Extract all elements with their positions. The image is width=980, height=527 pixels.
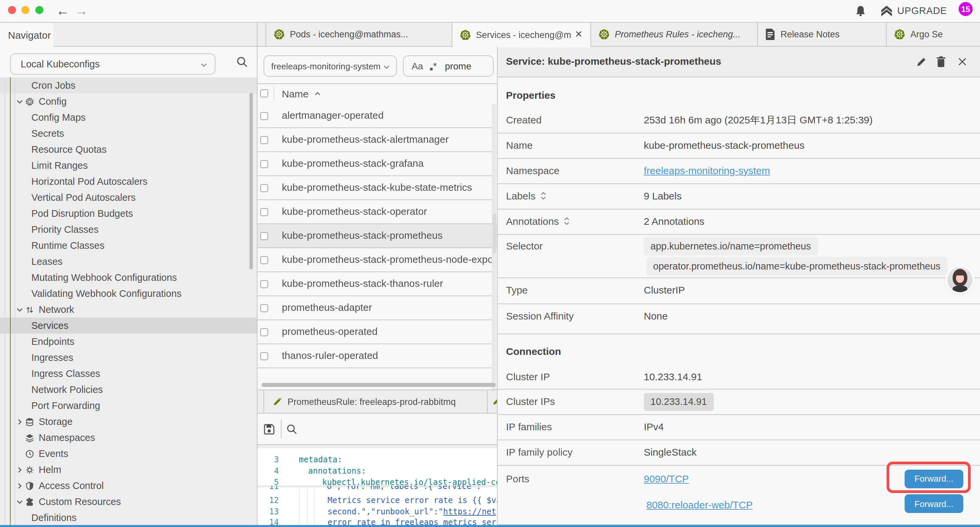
back-icon[interactable]: ← [56, 2, 69, 18]
sidebar-item-config-maps[interactable]: Config Maps [0, 110, 257, 126]
sidebar-scrollbar[interactable] [250, 93, 253, 269]
match-case-toggle[interactable]: Aa [412, 61, 423, 72]
row-checkbox[interactable] [260, 280, 268, 288]
vertical-scrollbar-thumb[interactable] [492, 213, 496, 253]
sidebar-item-custom-resources[interactable]: Custom Resources [0, 494, 257, 509]
close-window-button[interactable] [8, 6, 16, 14]
table-row[interactable]: alertmanager-operated [258, 104, 497, 128]
expand-values-icon[interactable] [563, 217, 570, 226]
close-tab-icon[interactable]: ✕ [573, 29, 584, 39]
row-checkbox[interactable] [260, 112, 268, 120]
sidebar-item-helm[interactable]: Helm [0, 462, 257, 478]
close-panel-icon[interactable] [957, 57, 967, 67]
horizontal-scrollbar-thumb[interactable] [261, 383, 495, 387]
editor-search-icon[interactable] [286, 424, 298, 435]
sidebar-item-leases[interactable]: Leases [0, 253, 257, 269]
forward-port-button[interactable]: Forward... [905, 494, 963, 513]
expand-values-icon[interactable] [540, 191, 546, 200]
notification-badge[interactable]: 15 [959, 2, 973, 16]
row-checkbox[interactable] [260, 160, 268, 168]
row-checkbox[interactable] [260, 304, 268, 312]
sidebar-item-mutating-webhook-configurations[interactable]: Mutating Webhook Configurations [0, 269, 257, 285]
row-checkbox[interactable] [260, 352, 268, 360]
sidebar-item-priority-classes[interactable]: Priority Classes [0, 221, 257, 237]
sidebar-item-network-policies[interactable]: Network Policies [0, 382, 257, 398]
column-header-name[interactable]: Name [282, 88, 309, 99]
table-row[interactable]: prometheus-adapter [258, 296, 497, 320]
sidebar-item-config[interactable]: Config [0, 93, 257, 110]
row-checkbox[interactable] [260, 136, 268, 144]
tab-navigator[interactable]: Navigator [0, 23, 53, 47]
port-link[interactable]: 9090/TCP [644, 472, 689, 486]
search-input[interactable]: prome [445, 61, 471, 72]
tab-pods[interactable]: Pods - icecheng@mathmas... [265, 23, 451, 46]
select-all-checkbox[interactable] [260, 89, 268, 97]
namespace-filter-select[interactable]: freeleaps-monitoring-system [263, 56, 396, 77]
sidebar-item-runtime-classes[interactable]: Runtime Classes [0, 237, 257, 253]
sidebar-item-endpoints[interactable]: Endpoints [0, 334, 257, 350]
table-row[interactable]: kube-prometheus-stack-prometheus-node-ex… [258, 248, 497, 272]
chevron-down-icon[interactable] [16, 306, 23, 313]
row-checkbox[interactable] [260, 328, 268, 336]
sidebar-item-horizontal-pod-autoscalers[interactable]: Horizontal Pod Autoscalers [0, 174, 257, 189]
edit-pencil-icon[interactable] [492, 397, 497, 406]
upgrade-icon[interactable] [880, 5, 893, 18]
row-checkbox[interactable] [260, 208, 268, 216]
tab-argo[interactable]: Argo Se [886, 23, 980, 46]
table-row[interactable]: kube-prometheus-stack-kube-state-metrics [258, 176, 497, 200]
chevron-down-icon[interactable] [16, 498, 23, 505]
port-link[interactable]: 8080:reloader-web/TCP [646, 498, 753, 511]
tab-services[interactable]: Services - icecheng@math... ✕ [451, 23, 590, 47]
sidebar-item-pod-disruption-budgets[interactable]: Pod Disruption Budgets [0, 205, 257, 221]
namespace-link[interactable]: freeleaps-monitoring-system [644, 164, 770, 177]
panel-divider[interactable] [497, 47, 498, 525]
search-box[interactable]: Aa ■* prome [403, 56, 494, 77]
maximize-window-button[interactable] [35, 6, 43, 14]
sidebar-item-access-control[interactable]: Access Control [0, 478, 257, 494]
sidebar-item-storage[interactable]: Storage [0, 414, 257, 430]
row-checkbox[interactable] [260, 232, 268, 240]
save-icon[interactable] [264, 424, 275, 435]
sidebar-item-ingress-classes[interactable]: Ingress Classes [0, 366, 257, 382]
chevron-right-icon[interactable] [16, 482, 23, 489]
tab-prometheus-rules[interactable]: Prometheus Rules - icecheng... [590, 23, 757, 46]
yaml-editor[interactable]: 3 metadata: 4 annotations: 5 kubectl.kub… [258, 448, 497, 525]
sidebar-item-vertical-pod-autoscalers[interactable]: Vertical Pod Autoscalers [0, 189, 257, 205]
editor-tab-prometheusrule[interactable]: PrometheusRule: freeleaps-prod-rabbitmq [264, 390, 488, 413]
table-row[interactable]: kube-prometheus-stack-grafana [258, 152, 497, 176]
sidebar-item-resource-quotas[interactable]: Resource Quotas [0, 142, 257, 158]
table-row[interactable]: kube-prometheus-stack-alertmanager [258, 128, 497, 152]
sidebar-item-network[interactable]: Network [0, 301, 257, 318]
sidebar-item-validating-webhook-configurations[interactable]: Validating Webhook Configurations [0, 285, 257, 301]
sidebar-item-limit-ranges[interactable]: Limit Ranges [0, 158, 257, 174]
table-row[interactable]: kube-prometheus-stack-thanos-ruler [258, 272, 497, 296]
row-checkbox[interactable] [260, 184, 268, 192]
sidebar-item-services[interactable]: Services [0, 318, 257, 334]
sidebar-divider[interactable] [257, 23, 258, 525]
table-row[interactable]: kube-prometheus-stack-operator [258, 200, 497, 224]
upgrade-label[interactable]: UPGRADE [897, 5, 947, 16]
sidebar-item-ingresses[interactable]: Ingresses [0, 350, 257, 366]
delete-icon[interactable] [936, 56, 946, 67]
avatar[interactable] [947, 266, 972, 292]
chevron-right-icon[interactable] [16, 466, 23, 473]
search-icon[interactable] [236, 56, 248, 68]
row-checkbox[interactable] [260, 256, 268, 264]
sidebar-item-port-forwarding[interactable]: Port Forwarding [0, 398, 257, 414]
sidebar-item-secrets[interactable]: Secrets [0, 126, 257, 142]
regex-toggle[interactable]: ■* [430, 60, 437, 72]
sort-ascending-icon[interactable] [314, 91, 321, 97]
chevron-down-icon[interactable] [16, 98, 23, 105]
runbook-link[interactable]: https://net [443, 507, 496, 516]
table-row[interactable]: thanos-ruler-operated [258, 344, 497, 368]
table-row[interactable]: prometheus-operated [258, 320, 497, 344]
kubeconfig-selector[interactable]: Local Kubeconfigs [10, 53, 215, 74]
edit-icon[interactable] [916, 57, 927, 67]
minimize-window-button[interactable] [21, 6, 29, 14]
sidebar-item-events[interactable]: Events [0, 446, 257, 462]
sidebar-item-namespaces[interactable]: Namespaces [0, 430, 257, 446]
forward-icon[interactable]: → [75, 2, 88, 18]
table-row-selected[interactable]: kube-prometheus-stack-prometheus [258, 224, 497, 248]
chevron-right-icon[interactable] [16, 418, 23, 425]
sidebar-item-cron-jobs[interactable]: Cron Jobs [0, 77, 257, 93]
